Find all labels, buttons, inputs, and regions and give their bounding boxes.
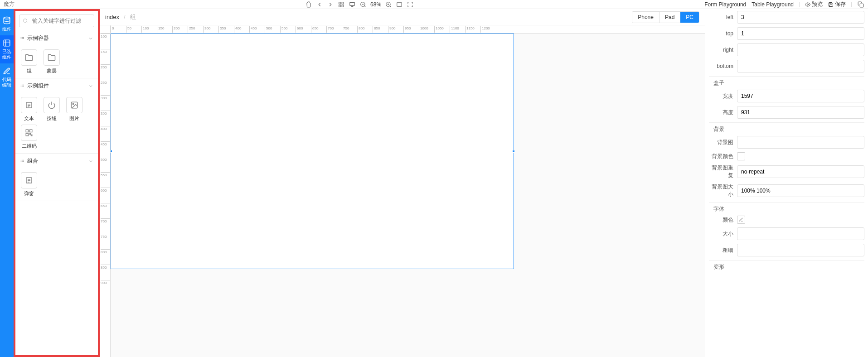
pencil-icon xyxy=(3,67,11,75)
svg-point-13 xyxy=(21,37,22,38)
svg-rect-30 xyxy=(26,134,28,136)
breadcrumb: index / 组 xyxy=(105,13,136,21)
device-tab-pc[interactable]: PC xyxy=(680,12,699,23)
svg-point-22 xyxy=(21,86,22,87)
canvas-viewport[interactable]: 0501001502002503003504004505005506006507… xyxy=(100,25,705,357)
device-tab-phone[interactable]: Phone xyxy=(632,12,659,23)
resize-handle-right[interactable] xyxy=(512,150,515,153)
breadcrumb-root[interactable]: index xyxy=(105,14,119,20)
prop-bgimage-input[interactable] xyxy=(737,136,864,149)
svg-point-34 xyxy=(22,159,23,160)
svg-rect-3 xyxy=(342,5,344,7)
svg-point-36 xyxy=(21,161,22,162)
prop-fontcolor-picker[interactable] xyxy=(737,216,745,224)
component-group[interactable]: 组 xyxy=(19,49,39,74)
prop-bgsize-label: 背景图大小 xyxy=(709,183,737,198)
prop-height-input[interactable] xyxy=(737,106,864,119)
group-font-title: 字体 xyxy=(709,202,864,216)
svg-point-14 xyxy=(22,37,23,38)
component-mask[interactable]: 蒙层 xyxy=(42,49,62,74)
svg-point-20 xyxy=(22,84,23,85)
section-widgets-header[interactable]: 示例组件 xyxy=(15,78,98,93)
selected-element[interactable] xyxy=(111,34,514,269)
prop-bottom-input[interactable] xyxy=(737,60,864,72)
svg-point-17 xyxy=(22,38,23,39)
rail-selected[interactable]: 已选 组件 xyxy=(0,35,14,63)
drag-icon xyxy=(20,159,24,164)
zoom-in-icon[interactable] xyxy=(385,1,392,8)
component-text[interactable]: 文本 xyxy=(19,97,39,122)
svg-rect-9 xyxy=(860,4,863,7)
rail-code[interactable]: 代码 编辑 xyxy=(0,63,14,92)
prop-bgcolor-swatch[interactable] xyxy=(737,152,745,160)
grid-icon[interactable] xyxy=(338,1,345,8)
prop-bgsize-input[interactable] xyxy=(737,184,864,197)
prop-left-input[interactable] xyxy=(737,11,864,24)
svg-rect-2 xyxy=(339,5,341,7)
folder-icon xyxy=(25,53,33,62)
prop-bgrepeat-input[interactable] xyxy=(737,165,864,178)
canvas-stage[interactable] xyxy=(111,34,705,357)
component-image[interactable]: 图片 xyxy=(64,97,84,122)
svg-point-18 xyxy=(23,38,24,39)
zoom-level: 68% xyxy=(370,1,381,8)
separator xyxy=(851,2,852,7)
svg-point-38 xyxy=(23,161,24,162)
svg-point-16 xyxy=(21,38,22,39)
device-tab-pad[interactable]: Pad xyxy=(659,12,680,23)
fit-icon[interactable] xyxy=(396,1,403,8)
folder-icon xyxy=(48,53,56,62)
prop-top-input[interactable] xyxy=(737,27,864,40)
rail-components[interactable]: 组件 xyxy=(0,13,14,35)
prop-fontcolor-label: 颜色 xyxy=(709,216,737,224)
svg-rect-11 xyxy=(4,40,10,46)
svg-point-24 xyxy=(23,86,24,87)
component-dialog[interactable]: 弹窗 xyxy=(19,172,39,197)
prop-width-input[interactable] xyxy=(737,90,864,102)
undo-icon[interactable] xyxy=(316,1,323,8)
table-playground-link[interactable]: Table Playground xyxy=(752,1,794,8)
drag-icon xyxy=(20,36,24,41)
power-icon xyxy=(48,101,56,109)
svg-point-27 xyxy=(73,103,73,104)
components-panel: 示例容器 组 蒙层 示例组件 xyxy=(14,9,100,357)
left-rail: 组件 已选 组件 代码 编辑 xyxy=(0,9,14,357)
component-button[interactable]: 按钮 xyxy=(42,97,62,122)
eye-icon xyxy=(805,2,810,7)
save-button[interactable]: 保存 xyxy=(828,0,846,8)
preview-button[interactable]: 预览 xyxy=(805,0,823,8)
fullscreen-icon[interactable] xyxy=(407,1,414,8)
component-search-input[interactable] xyxy=(19,14,94,27)
screen-icon[interactable] xyxy=(349,1,356,8)
save-icon xyxy=(828,2,834,7)
section-compose-header[interactable]: 组合 xyxy=(15,154,98,169)
image-icon xyxy=(70,101,78,109)
top-bar: 魔方 68% Form Playground Table Playground … xyxy=(0,0,868,9)
copy-icon[interactable] xyxy=(857,1,864,8)
device-tabs: Phone Pad PC xyxy=(632,11,699,23)
breadcrumb-separator: / xyxy=(124,14,126,20)
svg-rect-31 xyxy=(30,134,31,135)
prop-height-label: 高度 xyxy=(709,109,737,116)
svg-point-23 xyxy=(22,86,23,87)
breadcrumb-current: 组 xyxy=(130,13,136,21)
section-containers-header[interactable]: 示例容器 xyxy=(15,31,98,46)
prop-fontsize-input[interactable] xyxy=(737,227,864,240)
ruler-vertical: 1001502002503003504004505005506006507007… xyxy=(100,34,111,357)
prop-fontweight-input[interactable] xyxy=(737,244,864,256)
group-box-title: 盒子 xyxy=(709,76,864,90)
ruler-horizontal: 0501001502002503003504004505005506006507… xyxy=(111,25,705,34)
database-icon xyxy=(3,16,11,24)
app-title: 魔方 xyxy=(4,0,15,8)
svg-point-19 xyxy=(21,84,22,85)
form-playground-link[interactable]: Form Playground xyxy=(704,1,746,8)
prop-top-label: top xyxy=(709,30,737,37)
delete-icon[interactable] xyxy=(305,1,312,8)
redo-icon[interactable] xyxy=(327,1,334,8)
prop-bgcolor-label: 背景颜色 xyxy=(709,153,737,160)
svg-rect-7 xyxy=(397,2,402,6)
properties-panel: left top right bottom 盒子 宽度 高度 xyxy=(705,9,868,357)
prop-right-input[interactable] xyxy=(737,43,864,56)
component-qrcode[interactable]: 二维码 xyxy=(19,125,39,150)
zoom-out-icon[interactable] xyxy=(359,1,367,8)
